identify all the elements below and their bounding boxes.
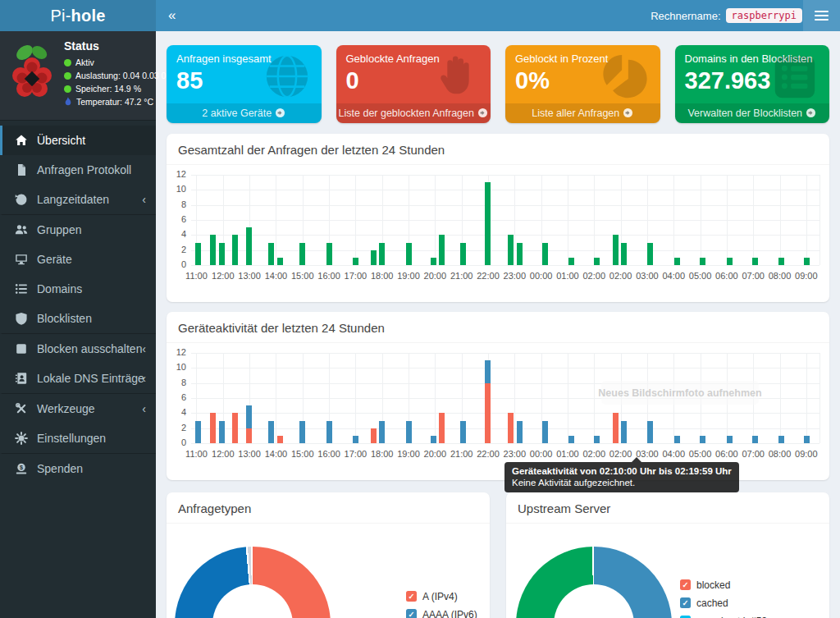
legend-label: A (IPv4) — [422, 591, 458, 603]
query-bar[interactable] — [232, 235, 238, 265]
x-axis-label: 22:00 — [477, 271, 500, 281]
app-logo[interactable]: Pi-hole — [0, 0, 156, 31]
legend-item-a-ipv4[interactable]: ✓A (IPv4) — [406, 591, 477, 603]
query-bar[interactable] — [804, 258, 810, 265]
query-bar[interactable] — [353, 258, 358, 265]
legend-item-cached[interactable]: ✓cached — [680, 597, 838, 610]
query-bar[interactable] — [246, 227, 252, 265]
total-queries-chart[interactable]: 11:0012:0013:0014:0015:0016:0017:0018:00… — [167, 165, 829, 290]
query-bar[interactable] — [299, 243, 305, 266]
menu-hamburger-icon[interactable] — [803, 0, 840, 31]
sidebar-item-langzeitdaten[interactable]: Langzeitdaten‹ — [0, 185, 156, 214]
y-axis-label: 2 — [167, 245, 186, 254]
status-row: Auslastung: 0.04 0.03 0 — [64, 71, 166, 80]
query-bar[interactable] — [517, 243, 523, 266]
total-queries-chart-card: Gesamtzahl der Anfragen der letzten 24 S… — [167, 134, 829, 302]
status-row: Temperatur: 47.2 °C — [64, 97, 166, 107]
sidebar-item-ubersicht[interactable]: Übersicht — [0, 126, 156, 155]
query-bar[interactable] — [568, 258, 574, 265]
sidebar-item-blocklisten[interactable]: Blocklisten — [0, 304, 156, 333]
query-bar[interactable] — [647, 243, 653, 266]
x-axis-label: 14:00 — [265, 449, 288, 459]
x-axis-label: 19:00 — [397, 449, 420, 459]
client-activity-chart[interactable]: 11:0012:0013:0014:0015:0016:0017:0018:00… — [167, 343, 829, 468]
query-bar[interactable] — [485, 182, 491, 265]
query-bar[interactable] — [277, 258, 283, 265]
arrow-circle-right-icon — [619, 108, 633, 119]
tooltip-body: Keine Aktivität aufgezeichnet. — [512, 478, 732, 488]
query-bar[interactable] — [542, 243, 548, 266]
list-alt-icon — [765, 52, 823, 103]
query-bar[interactable] — [195, 243, 201, 266]
sidebar-collapse-icon[interactable]: « — [156, 0, 188, 31]
query-bar[interactable] — [379, 243, 385, 266]
query-types-legend: ✓A (IPv4)✓AAAA (IPv6)✓PTR — [406, 591, 477, 618]
chevron-left-icon: ‹ — [142, 342, 146, 355]
status-title: Status — [64, 39, 166, 53]
stat-cards-row: Anfragen insgesamt852 aktive GeräteGeblo… — [167, 45, 829, 123]
sidebar-item-einstellungen[interactable]: Einstellungen — [0, 423, 156, 453]
x-axis-label: 01:00 — [556, 449, 579, 459]
stat-card-footer-link[interactable]: Verwalten der Blocklisten — [675, 103, 830, 123]
upstream-servers-donut[interactable] — [516, 547, 672, 618]
sidebar-item-blocken-ausschalten[interactable]: Blocken ausschalten‹ — [0, 333, 156, 364]
sidebar-item-anfragen-protokoll[interactable]: Anfragen Protokoll — [0, 155, 156, 185]
query-bar[interactable] — [674, 258, 680, 265]
x-axis-label: 16:00 — [317, 449, 340, 459]
query-bar[interactable] — [727, 258, 733, 265]
query-bar[interactable] — [210, 235, 216, 265]
sidebar-item-label: Werkzeuge — [37, 402, 95, 415]
query-bar[interactable] — [268, 243, 274, 266]
sidebar-item-gruppen[interactable]: Gruppen — [0, 214, 156, 245]
sidebar-item-label: Domains — [37, 282, 82, 295]
pie-chart-icon — [596, 52, 654, 103]
checked-checkbox-icon: ✓ — [680, 597, 691, 608]
query-bar[interactable] — [460, 243, 466, 266]
x-axis-label: 00:00 — [530, 449, 553, 459]
x-axis-label: 23:00 — [504, 271, 527, 281]
query-bar[interactable] — [594, 258, 600, 265]
stat-card-footer-link[interactable]: 2 aktive Geräte — [167, 103, 322, 123]
status-row: Aktiv — [64, 57, 166, 67]
sidebar-item-domains[interactable]: Domains — [0, 274, 156, 304]
list-icon — [15, 282, 29, 295]
hostname-label: Rechnername: — [651, 10, 720, 22]
status-row-text: Aktiv — [75, 57, 94, 67]
y-axis-label: 8 — [167, 378, 186, 387]
sidebar-item-lokale-dns-eintrage[interactable]: Lokale DNS Einträge‹ — [0, 364, 156, 393]
brand-bold: hole — [71, 7, 106, 25]
x-axis-label: 13:00 — [238, 449, 261, 459]
status-dot-icon — [64, 59, 71, 66]
legend-item-aaaa-ipv6[interactable]: ✓AAAA (IPv6) — [406, 609, 477, 618]
sidebar-item-gerate[interactable]: Geräte — [0, 245, 156, 274]
x-axis-label: 23:00 — [504, 449, 527, 459]
query-bar[interactable] — [219, 243, 225, 266]
query-bar[interactable] — [752, 258, 758, 265]
tools-icon — [15, 402, 29, 415]
sidebar-item-werkzeuge[interactable]: Werkzeuge‹ — [0, 393, 156, 423]
legend-item-blocked[interactable]: ✓blocked — [680, 579, 838, 592]
x-axis-label: 20:00 — [424, 449, 447, 459]
top-navbar: Pi-hole « Rechnername: raspberrypi — [0, 0, 840, 31]
query-bar[interactable] — [431, 258, 436, 265]
query-bar[interactable] — [406, 243, 412, 266]
x-axis-label: 02:00 — [583, 449, 606, 459]
x-axis-label: 02:00 — [609, 271, 632, 281]
x-axis-label: 21:00 — [450, 449, 473, 459]
x-axis-label: 12:00 — [212, 271, 235, 281]
status-row: Speicher: 14.9 % — [64, 84, 166, 94]
query-bar[interactable] — [508, 235, 514, 265]
stat-card-footer-link[interactable]: Liste der geblockten Anfragen — [336, 103, 491, 123]
query-bar[interactable] — [439, 235, 445, 265]
query-bar[interactable] — [778, 258, 784, 265]
query-bar[interactable] — [326, 243, 332, 266]
query-bar[interactable] — [700, 258, 705, 265]
query-types-donut[interactable] — [175, 547, 331, 618]
query-bar[interactable] — [371, 250, 377, 265]
query-bar[interactable] — [621, 243, 627, 266]
sidebar-item-spenden[interactable]: $Spenden — [0, 453, 156, 483]
query-bar[interactable] — [613, 235, 619, 265]
x-axis-label: 09:00 — [795, 449, 818, 459]
stat-card-footer-link[interactable]: Liste aller Anfragen — [505, 103, 660, 123]
x-axis-label: 09:00 — [795, 271, 818, 281]
